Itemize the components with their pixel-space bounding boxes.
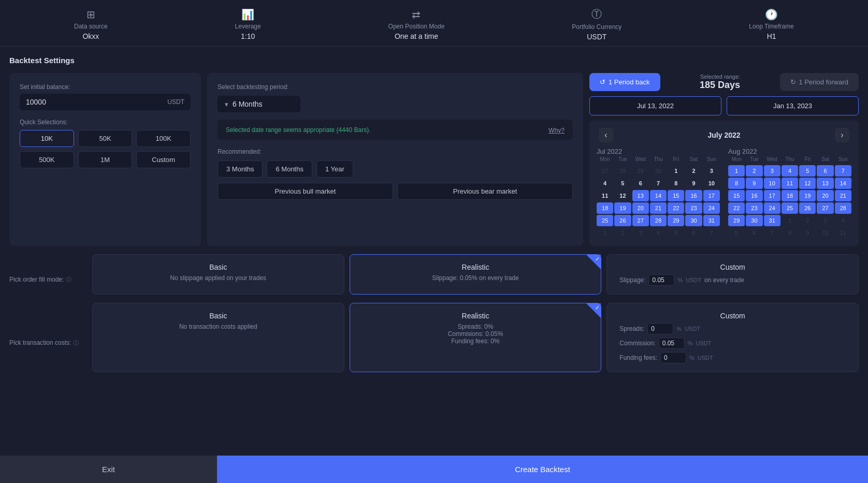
cal-day[interactable]: 31 [764, 215, 780, 226]
cal-day[interactable]: 10 [817, 227, 833, 239]
cal-day[interactable]: 21 [835, 190, 851, 201]
cal-day[interactable]: 15 [728, 190, 745, 201]
cal-day[interactable]: 7 [764, 227, 780, 239]
cal-day[interactable]: 13 [817, 178, 833, 189]
create-backtest-button[interactable]: Create Backtest [217, 456, 868, 483]
cal-day[interactable]: 11 [597, 190, 613, 201]
cal-day[interactable]: 2 [685, 165, 702, 177]
cal-day[interactable]: 10 [703, 178, 720, 189]
cal-day[interactable]: 20 [817, 190, 833, 201]
cal-day[interactable]: 9 [685, 178, 702, 189]
cal-day[interactable]: 22 [728, 202, 745, 214]
cal-day[interactable]: 24 [703, 202, 720, 214]
tx-realistic-card[interactable]: Realistic Spreads: 0% Commisions: 0.05% … [350, 303, 602, 372]
cal-day[interactable]: 30 [685, 215, 702, 226]
cal-day[interactable]: 4 [650, 227, 667, 239]
cal-day[interactable]: 1 [597, 227, 613, 239]
cal-day[interactable]: 2 [614, 227, 631, 239]
cal-day[interactable]: 5 [799, 165, 816, 177]
cal-day[interactable]: 26 [614, 215, 631, 226]
quick-sel-custom[interactable]: Custom [136, 151, 191, 168]
cal-day[interactable]: 1 [668, 165, 684, 177]
order-fill-basic-card[interactable]: Basic No slippage applied on your trades [92, 254, 344, 295]
cal-day[interactable]: 7 [703, 227, 720, 239]
rec-bear[interactable]: Previous bear market [397, 183, 573, 200]
cal-day[interactable]: 23 [685, 202, 702, 214]
balance-input[interactable] [26, 98, 167, 106]
cal-day[interactable]: 28 [835, 202, 851, 214]
cal-day[interactable]: 19 [799, 190, 816, 201]
cal-day[interactable]: 9 [746, 178, 762, 189]
spreads-input[interactable] [647, 323, 673, 334]
exit-button[interactable]: Exit [0, 456, 217, 483]
cal-day[interactable]: 12 [614, 190, 631, 201]
cal-day[interactable]: 27 [817, 202, 833, 214]
cal-day[interactable]: 12 [799, 178, 816, 189]
info-link[interactable]: Why? [548, 127, 565, 134]
quick-sel-50k[interactable]: 50K [78, 130, 133, 147]
cal-day[interactable]: 1 [728, 165, 745, 177]
cal-day[interactable]: 9 [799, 227, 816, 239]
cal-day[interactable]: 3 [764, 165, 780, 177]
cal-day[interactable]: 18 [597, 202, 613, 214]
tx-custom-card[interactable]: Custom Spreads: % USDT Commission: % [606, 303, 859, 372]
cal-day[interactable]: 19 [614, 202, 631, 214]
cal-day[interactable]: 16 [685, 190, 702, 201]
cal-next-btn[interactable]: › [835, 128, 849, 142]
order-fill-realistic-card[interactable]: Realistic Slippage: 0.05% on every trade [350, 254, 602, 295]
cal-day[interactable]: 1 [782, 215, 798, 226]
cal-day[interactable]: 5 [728, 227, 745, 239]
quick-sel-500k[interactable]: 500K [20, 151, 74, 168]
tx-info-icon[interactable]: ⓘ [73, 339, 79, 347]
nav-open-position[interactable]: ⇄ Open Position Mode One at a time [388, 8, 445, 40]
rec-6m[interactable]: 6 Months [267, 160, 312, 178]
commission-input[interactable] [659, 338, 685, 349]
funding-input[interactable] [660, 352, 686, 363]
period-selector[interactable]: ▾ 6 Months [218, 96, 300, 112]
cal-day[interactable]: 30 [650, 165, 667, 177]
cal-day[interactable]: 29 [728, 215, 745, 226]
cal-day[interactable]: 5 [668, 227, 684, 239]
cal-day[interactable]: 6 [746, 227, 762, 239]
rec-1y[interactable]: 1 Year [316, 160, 353, 178]
cal-day[interactable]: 3 [817, 215, 833, 226]
cal-day[interactable]: 24 [764, 202, 780, 214]
nav-portfolio-currency[interactable]: Ⓣ Portfolio Currency USDT [572, 7, 621, 41]
nav-leverage[interactable]: 📊 Leverage 1:10 [235, 8, 261, 40]
cal-day[interactable]: 16 [746, 190, 762, 201]
cal-day[interactable]: 27 [632, 215, 649, 226]
quick-sel-100k[interactable]: 100K [136, 130, 191, 147]
cal-prev-btn[interactable]: ‹ [599, 128, 613, 142]
cal-day[interactable]: 7 [650, 178, 667, 189]
cal-day[interactable]: 21 [650, 202, 667, 214]
cal-day[interactable]: 18 [782, 190, 798, 201]
cal-day[interactable]: 27 [597, 165, 613, 177]
rec-3m[interactable]: 3 Months [218, 160, 263, 178]
cal-day[interactable]: 2 [746, 165, 762, 177]
date-start[interactable]: Jul 13, 2022 [589, 96, 721, 115]
period-fwd-btn[interactable]: ↻ 1 Period forward [780, 73, 859, 91]
tx-basic-card[interactable]: Basic No transaction costs applied [92, 303, 344, 372]
rec-bull[interactable]: Previous bull market [218, 183, 393, 200]
date-end[interactable]: Jan 13, 2023 [727, 96, 859, 115]
cal-day[interactable]: 13 [632, 190, 649, 201]
cal-day[interactable]: 29 [632, 165, 649, 177]
cal-day[interactable]: 11 [835, 227, 851, 239]
cal-day[interactable]: 14 [835, 178, 851, 189]
quick-sel-10k[interactable]: 10K [20, 130, 74, 147]
cal-day[interactable]: 14 [650, 190, 667, 201]
order-fill-custom-card[interactable]: Custom Slippage: % USDT on every trade [606, 254, 859, 295]
cal-day[interactable]: 8 [782, 227, 798, 239]
cal-day[interactable]: 8 [668, 178, 684, 189]
cal-day[interactable]: 20 [632, 202, 649, 214]
cal-day[interactable]: 11 [782, 178, 798, 189]
cal-day[interactable]: 17 [703, 190, 720, 201]
cal-day[interactable]: 15 [668, 190, 684, 201]
quick-sel-1m[interactable]: 1M [78, 151, 133, 168]
cal-day[interactable]: 22 [668, 202, 684, 214]
cal-day[interactable]: 10 [764, 178, 780, 189]
cal-day[interactable]: 3 [703, 165, 720, 177]
period-back-btn[interactable]: ↺ 1 Period back [589, 73, 660, 91]
cal-day[interactable]: 4 [782, 165, 798, 177]
cal-day[interactable]: 28 [650, 215, 667, 226]
